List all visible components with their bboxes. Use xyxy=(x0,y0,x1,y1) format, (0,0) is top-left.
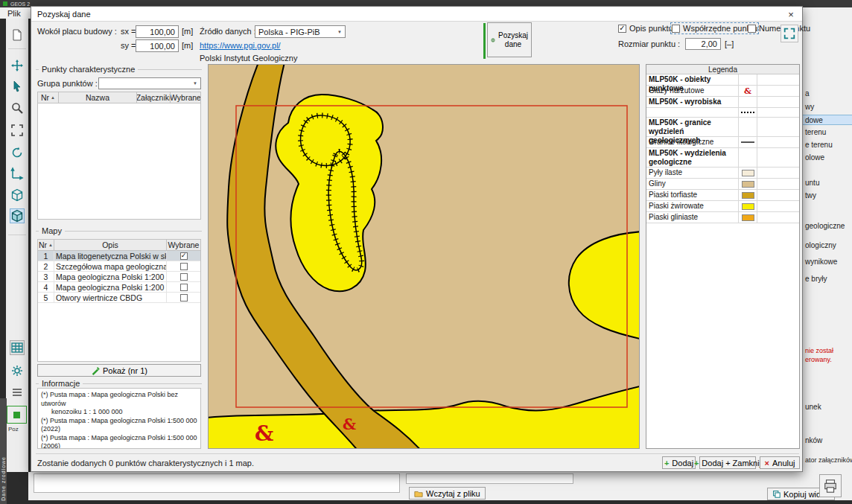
maps-table-header: Nr▲ Opis Wybrane xyxy=(38,240,200,251)
sy-input[interactable]: 100,00 xyxy=(136,39,179,52)
axes-icon[interactable] xyxy=(10,166,25,181)
list-icon[interactable] xyxy=(10,385,25,400)
frame-item[interactable]: ologiczny xyxy=(805,240,836,251)
frame-item[interactable]: twy xyxy=(805,191,816,201)
boulder-mark: & xyxy=(343,415,356,433)
box-filled-icon[interactable] xyxy=(10,208,25,223)
boulder-mark: & xyxy=(255,421,273,446)
fit-view-icon[interactable] xyxy=(10,123,25,138)
boulder-symbol-icon: & xyxy=(744,86,751,96)
vertical-frame-tab[interactable]: Dane zrodlowe xyxy=(0,398,7,504)
x-icon: × xyxy=(764,459,769,468)
maps-table-row[interactable]: 4 Mapa geologiczna Polski 1:200 000 - od… xyxy=(38,282,200,293)
fullscreen-button[interactable] xyxy=(781,25,798,42)
maps-table-row[interactable]: 1 Mapa litogenetyczna Polski w skali 1:5… xyxy=(38,251,200,261)
frame-item[interactable]: untu xyxy=(805,178,819,188)
cancel-button[interactable]: × Anuluj xyxy=(760,456,800,469)
checkbox-icon: ✓ xyxy=(618,25,626,33)
menu-plik[interactable]: Plik xyxy=(7,9,21,18)
left-toolbar: Poz xyxy=(6,19,28,472)
info-box: (*) Pusta mapa : Mapa geologiczna Polski… xyxy=(37,388,201,449)
folder-icon xyxy=(414,489,423,498)
sx-input[interactable]: 100,00 xyxy=(136,25,179,38)
checkbox-point-number[interactable]: Numer punktu xyxy=(748,24,810,33)
checkbox-point-description[interactable]: ✓ Opis punktu xyxy=(618,24,673,33)
checkbox-icon[interactable] xyxy=(180,294,188,302)
show-icon xyxy=(91,366,100,375)
acquire-data-button[interactable]: Pozyskajdane xyxy=(487,22,532,57)
frame-item[interactable]: wynikowe xyxy=(805,257,837,267)
frame-item[interactable]: ator załączników xyxy=(805,455,852,465)
sort-asc-icon: ▲ xyxy=(51,95,55,100)
green-separator xyxy=(483,23,486,59)
add-button[interactable]: + Dodaj xyxy=(662,456,696,469)
bottom-field[interactable] xyxy=(34,473,400,493)
dialog-title: Pozyskaj dane xyxy=(37,10,91,19)
legend-row: MLP50K - wydzielenia geologiczne xyxy=(646,148,799,168)
sy-label: sy = xyxy=(121,41,136,50)
data-source-select[interactable]: Polska - PIG-PiB▼ xyxy=(255,25,346,38)
frame-item[interactable]: nków xyxy=(805,436,822,446)
legend-row: MLP50K - wyrobiska xyxy=(646,97,799,108)
zoom-icon[interactable] xyxy=(10,101,25,115)
color-swatch xyxy=(742,203,754,210)
close-icon[interactable]: × xyxy=(784,7,798,21)
application-window: GEOS 2 Plik Edy xyxy=(0,0,852,504)
footer-separator xyxy=(36,453,799,454)
move-icon[interactable] xyxy=(10,58,25,73)
print-button[interactable] xyxy=(819,474,842,497)
frame-item[interactable]: unek xyxy=(805,402,821,412)
settings-gear-icon[interactable] xyxy=(10,363,25,378)
rotate-view-icon[interactable] xyxy=(10,145,25,160)
plus-icon: + xyxy=(664,459,669,468)
collapsed-panel-fragment[interactable] xyxy=(7,406,27,424)
data-source-label: Źródło danych : xyxy=(200,27,256,36)
checkbox-icon[interactable] xyxy=(180,273,188,281)
bottom-field[interactable] xyxy=(406,473,573,484)
point-group-select[interactable]: ▼ xyxy=(98,77,201,89)
frame-item[interactable]: olowe xyxy=(805,153,824,163)
copy-icon xyxy=(772,490,781,498)
add-and-close-button[interactable]: + Dodaj + Zamknij xyxy=(699,456,756,469)
chevron-down-icon: ▼ xyxy=(337,30,342,34)
institute-label: Polski Instytut Geologiczny xyxy=(200,54,297,63)
table-icon[interactable] xyxy=(10,340,25,355)
frame-item[interactable]: terenu xyxy=(805,127,826,138)
checkbox-icon[interactable] xyxy=(180,263,188,270)
maps-table-row[interactable]: 2 Szczegółowa mapa geologiczna Polski 1:… xyxy=(38,261,200,272)
checkbox-icon[interactable] xyxy=(180,284,188,291)
app-logo-icon xyxy=(3,1,7,6)
maps-table-row[interactable]: 3 Mapa geologiczna Polski 1:200 000 - za… xyxy=(38,272,200,282)
frame-item[interactable]: geologiczne xyxy=(805,221,845,232)
file-icon[interactable] xyxy=(10,28,25,42)
box-outline-icon[interactable] xyxy=(10,188,25,202)
legend-row: MLP50K - obiekty punktowe xyxy=(646,74,799,86)
points-table[interactable]: Nr▲ Nazwa Załączniki Wybrane xyxy=(37,92,201,220)
frame-item[interactable]: e bryły xyxy=(805,274,827,284)
points-group-title: Punkty charakterystyczne xyxy=(36,65,202,74)
show-map-button[interactable]: Pokaż (nr 1) xyxy=(37,364,201,377)
load-from-file-button[interactable]: Wczytaj z pliku xyxy=(409,487,486,500)
color-swatch xyxy=(742,192,754,199)
frame-item[interactable]: a xyxy=(805,89,810,99)
checkbox-icon xyxy=(748,25,756,33)
select-cursor-icon[interactable] xyxy=(10,79,25,94)
frame-item-selected[interactable]: dowe xyxy=(803,115,852,125)
window-title: GEOS 2 xyxy=(10,1,30,7)
toolbar-separator xyxy=(8,235,26,235)
checkbox-icon[interactable]: ✓ xyxy=(180,252,188,260)
frame-item[interactable]: wy xyxy=(805,102,814,112)
geological-map-view[interactable]: & & xyxy=(208,64,640,449)
pgi-link[interactable]: https://www.pgi.gov.pl/ xyxy=(200,41,281,50)
dialog-pozyskaj-dane: Pozyskaj dane × Wokół placu budowy : sx … xyxy=(31,6,803,472)
point-size-input[interactable]: 2,00 xyxy=(685,38,721,50)
sy-unit: [m] xyxy=(182,41,193,50)
lithological-line-icon xyxy=(741,141,754,143)
sort-asc-icon: ▲ xyxy=(48,243,53,247)
legend-panel: Legenda MLP50K - obiekty punktowe Głazy … xyxy=(646,64,800,449)
frame-item[interactable]: e terenu xyxy=(805,140,833,150)
maps-table-row[interactable]: 5 Otwory wiertnicze CBDG xyxy=(38,293,200,303)
collapsed-panel-label: Poz xyxy=(8,426,19,433)
legend-row: Granice litologiczne xyxy=(646,137,799,148)
checkbox-point-coordinates[interactable]: Współrzędne punktu xyxy=(672,24,757,33)
